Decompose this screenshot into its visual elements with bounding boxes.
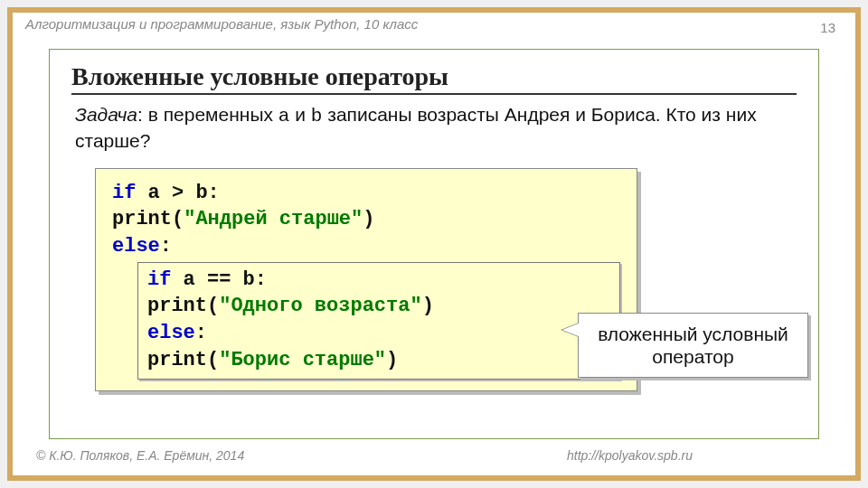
task-var-a: a [278,106,290,127]
cond1: a > b: [136,182,219,204]
str1: "Андрей старше" [184,208,363,230]
task-text: Задача: в переменных a и b записаны возр… [71,102,797,154]
print3a: print( [147,349,219,371]
slide-frame: Алгоритмизация и программирование, язык … [7,7,861,481]
colon2: : [195,322,207,344]
slide-title: Вложенные условные операторы [71,62,797,95]
print2a: print( [147,295,219,317]
kw-if2: if [147,268,171,291]
footer-copyright: © К.Ю. Поляков, Е.А. Ерёмин, 2014 [36,448,244,463]
colon1: : [160,235,172,258]
print1b: ) [363,208,374,230]
kw-else: else [112,235,160,258]
code-line-7: print("Борис старше") [147,347,610,374]
callout-bubble: вложенный условный оператор [578,313,808,378]
task-prefix: : в переменных [137,104,278,125]
page-number: 13 [820,20,835,35]
task-var-b: b [311,106,323,127]
kw-else2: else [147,322,195,344]
code-line-1: if a > b: [112,180,620,207]
content-area: Вложенные условные операторы Задача: в п… [49,49,819,439]
code-line-4: if a == b: [147,267,610,294]
cond2: a == b: [171,268,267,291]
code-line-3: else: [112,233,620,260]
task-mid1: и [289,104,310,125]
code-line-5: print("Одного возраста") [147,293,610,320]
header-text: Алгоритмизация и программирование, язык … [13,13,855,32]
print1a: print( [112,208,184,230]
code-block: if a > b: print("Андрей старше") else: i… [95,168,637,392]
nested-code-box: if a == b: print("Одного возраста") else… [137,262,620,380]
footer-url: http://kpolyakov.spb.ru [567,448,693,463]
code-line-2: print("Андрей старше") [112,206,620,233]
print2b: ) [422,295,434,317]
str2: "Одного возраста" [219,295,421,317]
task-label: Задача [75,104,137,125]
print3b: ) [386,349,398,371]
str3: "Борис старше" [219,349,386,371]
code-line-6: else: [147,320,610,347]
kw-if: if [112,182,136,204]
